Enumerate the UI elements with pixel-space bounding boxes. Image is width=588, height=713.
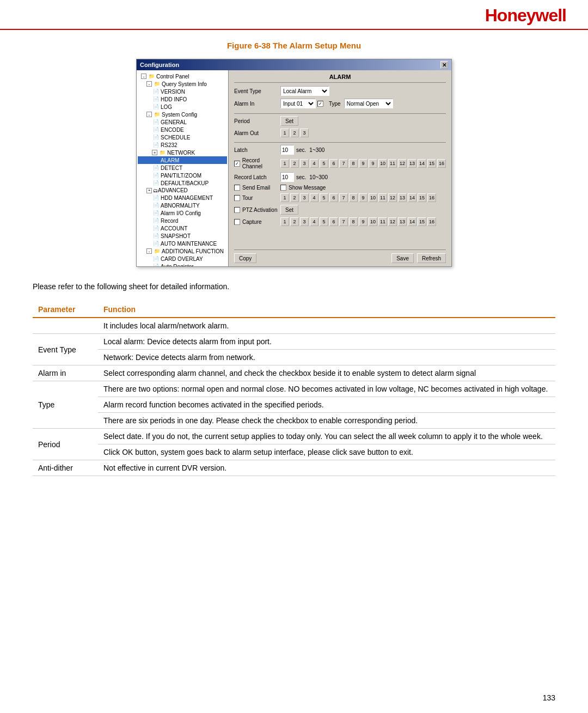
copy-button[interactable]: Copy (234, 253, 256, 263)
tree-item-encode[interactable]: ENCODE (138, 126, 227, 133)
type-label: Type (329, 101, 341, 107)
capture-checkbox[interactable] (234, 219, 240, 225)
function-cell: There are two options: normal open and n… (98, 381, 555, 397)
tree-item-account[interactable]: ACCOUNT (138, 224, 227, 232)
save-button[interactable]: Save (391, 253, 414, 263)
alarm-out-buttons: 1 2 3 (280, 129, 309, 137)
page-icon (152, 88, 160, 95)
alarm-out-btn-1[interactable]: 1 (280, 129, 289, 137)
function-cell: It includes local alarm/network alarm. (98, 318, 555, 334)
record-latch-input[interactable] (280, 172, 294, 182)
alarm-out-row: Alarm Out 1 2 3 (234, 129, 446, 137)
capture-text: Capture (242, 219, 262, 225)
ptz-activation-label: PTZ Activation (234, 207, 280, 213)
alarm-out-btn-3[interactable]: 3 (300, 129, 309, 137)
latch-range: 1~300 (309, 147, 324, 153)
page-icon (152, 255, 160, 262)
tree-item-schedule[interactable]: SCHEDULE (138, 133, 227, 141)
function-cell: Select date. If you do not, the current … (98, 429, 555, 444)
figure-title: Figure 6-38 The Alarm Setup Menu (33, 41, 555, 50)
tree-item-detect[interactable]: DETECT (138, 164, 227, 172)
table-header-row: Parameter Function (33, 302, 555, 318)
tree-item-network[interactable]: + NETWORK (138, 149, 227, 156)
tour-row: Tour 1 2 3 4 5 6 7 8 9 (234, 193, 446, 202)
show-message-checkbox[interactable] (280, 185, 286, 191)
tree-item-alarm-io[interactable]: Alarm I/O Config (138, 209, 227, 217)
param-cell: Type (33, 381, 98, 429)
page-icon (152, 134, 160, 141)
type-select[interactable]: Normal Open (344, 99, 393, 108)
folder-icon (148, 73, 155, 80)
tree-item-auto-register[interactable]: Auto Register (138, 263, 227, 266)
tree-item-record[interactable]: Record (138, 217, 227, 224)
table-row: TypeThere are two options: normal open a… (33, 381, 555, 397)
expand-icon[interactable]: - (146, 81, 152, 87)
period-set-button[interactable]: Set (280, 116, 298, 126)
event-type-label: Event Type (234, 88, 280, 94)
tree-item-version[interactable]: VERSION (138, 88, 227, 95)
tree-item-default-backup[interactable]: DEFAULT/BACKUP (138, 179, 227, 187)
page-icon (152, 194, 160, 201)
record-latch-row: Record Latch sec. 10~300 (234, 172, 446, 182)
table-row: There are six periods in one day. Please… (33, 413, 555, 429)
expand-icon[interactable]: - (146, 112, 152, 117)
alarm-in-checkbox[interactable] (317, 101, 323, 107)
tree-item-auto-maint[interactable]: AUTO MAINTENANCE (138, 240, 227, 247)
expand-icon[interactable]: + (146, 188, 152, 193)
latch-label: Latch (234, 147, 280, 153)
alarm-out-label: Alarm Out (234, 130, 280, 136)
tree-item-system-config[interactable]: - System Config (138, 111, 227, 118)
tree-item-abnormality[interactable]: ABNORMALITY (138, 202, 227, 209)
tree-item-hdd-info[interactable]: HDD INFO (138, 95, 227, 103)
tree-item-rs232[interactable]: RS232 (138, 141, 227, 149)
tree-item-snapshot[interactable]: SNAPSHOT (138, 232, 227, 240)
expand-icon[interactable]: - (141, 74, 146, 79)
close-icon[interactable]: ✕ (440, 61, 448, 69)
page-icon (152, 172, 160, 179)
tree-item-additional[interactable]: - ADDITIONAL FUNCTION (138, 247, 227, 255)
show-message-text: Show Message (289, 185, 326, 191)
refresh-button[interactable]: Refresh (417, 253, 446, 263)
config-window-title: Configuration (140, 62, 179, 68)
tree-item-card-overlay[interactable]: CARD OVERLAY (138, 255, 227, 263)
tree-item-control-panel[interactable]: - Control Panel (138, 72, 227, 80)
alarm-in-row: Alarm In Input 01 Type Normal Open (234, 99, 446, 108)
table-row: Alarm record function becomes activated … (33, 397, 555, 413)
param-cell: Period (33, 429, 98, 460)
show-message-group: Show Message (280, 185, 326, 191)
top-bar: Honeywell (0, 0, 588, 30)
ptz-text: PTZ Activation (242, 207, 277, 213)
page-icon (152, 164, 160, 171)
send-email-text: Send Email (242, 185, 270, 191)
expand-icon[interactable]: - (146, 248, 152, 254)
send-email-checkbox[interactable] (234, 185, 240, 191)
alarm-out-btn-2[interactable]: 2 (290, 129, 299, 137)
tree-item-query-system[interactable]: - Query System Info (138, 80, 227, 88)
bottom-buttons: Copy Save Refresh (234, 249, 446, 263)
tree-item-ptz[interactable]: PAN/TILT/ZOOM (138, 172, 227, 179)
table-row: Anti-ditherNot effective in current DVR … (33, 460, 555, 476)
table-row: Event TypeLocal alarm: Device detects al… (33, 334, 555, 350)
event-type-select[interactable]: Local Alarm (280, 86, 329, 96)
page-icon (152, 240, 160, 247)
page-icon (152, 119, 160, 125)
tour-label: Tour (234, 195, 280, 201)
tree-item-general[interactable]: GENERAL (138, 118, 227, 126)
page-icon (152, 217, 160, 224)
expand-icon[interactable]: + (152, 150, 157, 155)
folder-icon (158, 149, 166, 156)
alarm-in-select[interactable]: Input 01 (280, 99, 316, 108)
tour-checkbox[interactable] (234, 195, 240, 201)
page-icon (152, 126, 160, 133)
tree-item-hdd-mgmt[interactable]: HDD MANAGEMENT (138, 194, 227, 202)
ptz-set-button[interactable]: Set (280, 205, 298, 215)
tree-item-alarm[interactable]: ALARM (138, 156, 227, 164)
param-cell: Alarm in (33, 365, 98, 381)
latch-input[interactable] (280, 145, 294, 155)
tree-item-advanced[interactable]: + 🗂 ADVANCED (138, 187, 227, 194)
config-sidebar: - Control Panel - Query System Info VERS… (137, 70, 229, 266)
record-channel-checkbox[interactable] (234, 161, 240, 167)
tree-item-log[interactable]: LOG (138, 103, 227, 111)
record-channel-checkbox-group: Record Channel (234, 157, 280, 169)
ptz-checkbox[interactable] (234, 207, 240, 213)
